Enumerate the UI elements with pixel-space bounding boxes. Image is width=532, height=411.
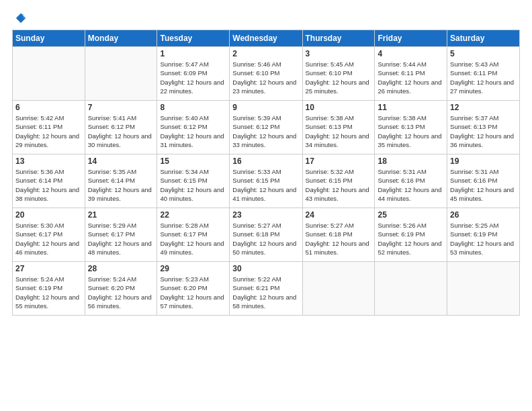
day-number: 6 xyxy=(15,103,82,112)
day-info: Sunrise: 5:33 AM Sunset: 6:15 PM Dayligh… xyxy=(232,167,299,203)
day-info: Sunrise: 5:47 AM Sunset: 6:09 PM Dayligh… xyxy=(160,60,226,95)
calendar-day-cell: 27Sunrise: 5:24 AM Sunset: 6:19 PM Dayli… xyxy=(13,262,85,316)
calendar-day-cell: 19Sunrise: 5:31 AM Sunset: 6:16 PM Dayli… xyxy=(447,154,520,208)
calendar-day-cell: 22Sunrise: 5:28 AM Sunset: 6:17 PM Dayli… xyxy=(157,208,230,262)
day-info: Sunrise: 5:40 AM Sunset: 6:12 PM Dayligh… xyxy=(160,113,226,149)
day-number: 13 xyxy=(15,156,82,166)
calendar-day-cell: 6Sunrise: 5:42 AM Sunset: 6:11 PM Daylig… xyxy=(13,101,85,154)
day-info: Sunrise: 5:44 AM Sunset: 6:11 PM Dayligh… xyxy=(378,60,444,95)
calendar-header-cell: Wednesday xyxy=(230,30,302,47)
day-info: Sunrise: 5:27 AM Sunset: 6:18 PM Dayligh… xyxy=(306,221,372,257)
day-info: Sunrise: 5:39 AM Sunset: 6:12 PM Dayligh… xyxy=(232,113,299,149)
day-number: 3 xyxy=(306,49,372,58)
calendar-header-cell: Friday xyxy=(375,30,447,47)
day-info: Sunrise: 5:46 AM Sunset: 6:10 PM Dayligh… xyxy=(232,60,299,95)
calendar-day-cell: 9Sunrise: 5:39 AM Sunset: 6:12 PM Daylig… xyxy=(230,101,302,154)
calendar-week-row: 6Sunrise: 5:42 AM Sunset: 6:11 PM Daylig… xyxy=(13,101,520,154)
calendar-day-cell: 11Sunrise: 5:38 AM Sunset: 6:13 PM Dayli… xyxy=(375,101,447,154)
calendar-day-cell: 23Sunrise: 5:27 AM Sunset: 6:18 PM Dayli… xyxy=(230,208,302,262)
calendar-day-cell: 21Sunrise: 5:29 AM Sunset: 6:17 PM Dayli… xyxy=(85,208,157,262)
calendar-day-cell: 29Sunrise: 5:23 AM Sunset: 6:20 PM Dayli… xyxy=(157,262,230,316)
day-info: Sunrise: 5:26 AM Sunset: 6:19 PM Dayligh… xyxy=(378,221,444,257)
day-number: 29 xyxy=(160,264,226,273)
day-number: 8 xyxy=(160,103,226,112)
calendar-day-cell: 1Sunrise: 5:47 AM Sunset: 6:09 PM Daylig… xyxy=(157,47,230,101)
day-info: Sunrise: 5:43 AM Sunset: 6:11 PM Dayligh… xyxy=(450,60,517,95)
day-number: 17 xyxy=(306,156,372,166)
day-info: Sunrise: 5:45 AM Sunset: 6:10 PM Dayligh… xyxy=(306,60,372,95)
day-number: 25 xyxy=(378,210,444,220)
day-number: 22 xyxy=(160,210,226,220)
day-info: Sunrise: 5:29 AM Sunset: 6:17 PM Dayligh… xyxy=(88,221,154,257)
day-info: Sunrise: 5:23 AM Sunset: 6:20 PM Dayligh… xyxy=(160,275,226,310)
day-info: Sunrise: 5:38 AM Sunset: 6:13 PM Dayligh… xyxy=(378,113,444,149)
day-number: 10 xyxy=(306,103,372,112)
day-number: 19 xyxy=(450,156,517,166)
day-number: 26 xyxy=(450,210,517,220)
calendar-day-cell: 7Sunrise: 5:41 AM Sunset: 6:12 PM Daylig… xyxy=(85,101,157,154)
day-info: Sunrise: 5:31 AM Sunset: 6:16 PM Dayligh… xyxy=(378,167,444,203)
calendar-day-cell: 2Sunrise: 5:46 AM Sunset: 6:10 PM Daylig… xyxy=(230,47,302,101)
calendar-day-cell: 18Sunrise: 5:31 AM Sunset: 6:16 PM Dayli… xyxy=(375,154,447,208)
day-number: 21 xyxy=(88,210,154,220)
calendar-body: 1Sunrise: 5:47 AM Sunset: 6:09 PM Daylig… xyxy=(13,47,520,316)
calendar-day-cell: 26Sunrise: 5:25 AM Sunset: 6:19 PM Dayli… xyxy=(447,208,520,262)
day-number: 11 xyxy=(378,103,444,112)
calendar-day-cell: 12Sunrise: 5:37 AM Sunset: 6:13 PM Dayli… xyxy=(447,101,520,154)
header xyxy=(12,12,520,24)
day-info: Sunrise: 5:37 AM Sunset: 6:13 PM Dayligh… xyxy=(450,113,517,149)
day-number: 15 xyxy=(160,156,226,166)
calendar-day-cell xyxy=(447,262,520,316)
day-info: Sunrise: 5:24 AM Sunset: 6:19 PM Dayligh… xyxy=(15,275,82,310)
day-number: 23 xyxy=(232,210,299,220)
calendar-day-cell xyxy=(375,262,447,316)
day-number: 4 xyxy=(378,49,444,58)
day-info: Sunrise: 5:32 AM Sunset: 6:15 PM Dayligh… xyxy=(306,167,372,203)
calendar-header-row: SundayMondayTuesdayWednesdayThursdayFrid… xyxy=(13,30,520,47)
day-number: 16 xyxy=(232,156,299,166)
calendar-day-cell xyxy=(13,47,85,101)
calendar-day-cell: 10Sunrise: 5:38 AM Sunset: 6:13 PM Dayli… xyxy=(302,101,375,154)
day-info: Sunrise: 5:38 AM Sunset: 6:13 PM Dayligh… xyxy=(306,113,372,149)
day-info: Sunrise: 5:35 AM Sunset: 6:14 PM Dayligh… xyxy=(88,167,154,203)
calendar-week-row: 27Sunrise: 5:24 AM Sunset: 6:19 PM Dayli… xyxy=(13,262,520,316)
calendar-header-cell: Tuesday xyxy=(157,30,230,47)
day-number: 20 xyxy=(15,210,82,220)
calendar-day-cell: 8Sunrise: 5:40 AM Sunset: 6:12 PM Daylig… xyxy=(157,101,230,154)
calendar-week-row: 13Sunrise: 5:36 AM Sunset: 6:14 PM Dayli… xyxy=(13,154,520,208)
day-info: Sunrise: 5:25 AM Sunset: 6:19 PM Dayligh… xyxy=(450,221,517,257)
calendar-day-cell xyxy=(302,262,375,316)
day-number: 14 xyxy=(88,156,154,166)
calendar-header-cell: Thursday xyxy=(302,30,375,47)
day-info: Sunrise: 5:27 AM Sunset: 6:18 PM Dayligh… xyxy=(232,221,299,257)
calendar-day-cell: 20Sunrise: 5:30 AM Sunset: 6:17 PM Dayli… xyxy=(13,208,85,262)
day-info: Sunrise: 5:30 AM Sunset: 6:17 PM Dayligh… xyxy=(15,221,82,257)
calendar-day-cell: 3Sunrise: 5:45 AM Sunset: 6:10 PM Daylig… xyxy=(302,47,375,101)
day-number: 1 xyxy=(160,49,226,58)
day-info: Sunrise: 5:24 AM Sunset: 6:20 PM Dayligh… xyxy=(88,275,154,310)
calendar: SundayMondayTuesdayWednesdayThursdayFrid… xyxy=(12,30,520,316)
day-info: Sunrise: 5:36 AM Sunset: 6:14 PM Dayligh… xyxy=(15,167,82,203)
logo-icon xyxy=(15,12,27,24)
day-number: 7 xyxy=(88,103,154,112)
calendar-day-cell: 17Sunrise: 5:32 AM Sunset: 6:15 PM Dayli… xyxy=(302,154,375,208)
calendar-day-cell: 14Sunrise: 5:35 AM Sunset: 6:14 PM Dayli… xyxy=(85,154,157,208)
calendar-day-cell: 13Sunrise: 5:36 AM Sunset: 6:14 PM Dayli… xyxy=(13,154,85,208)
day-number: 28 xyxy=(88,264,154,273)
day-number: 2 xyxy=(232,49,299,58)
day-info: Sunrise: 5:31 AM Sunset: 6:16 PM Dayligh… xyxy=(450,167,517,203)
calendar-header-cell: Saturday xyxy=(447,30,520,47)
calendar-day-cell: 5Sunrise: 5:43 AM Sunset: 6:11 PM Daylig… xyxy=(447,47,520,101)
day-number: 18 xyxy=(378,156,444,166)
day-number: 24 xyxy=(306,210,372,220)
day-number: 27 xyxy=(15,264,82,273)
calendar-day-cell: 24Sunrise: 5:27 AM Sunset: 6:18 PM Dayli… xyxy=(302,208,375,262)
day-info: Sunrise: 5:34 AM Sunset: 6:15 PM Dayligh… xyxy=(160,167,226,203)
day-info: Sunrise: 5:41 AM Sunset: 6:12 PM Dayligh… xyxy=(88,113,154,149)
calendar-day-cell: 25Sunrise: 5:26 AM Sunset: 6:19 PM Dayli… xyxy=(375,208,447,262)
day-info: Sunrise: 5:28 AM Sunset: 6:17 PM Dayligh… xyxy=(160,221,226,257)
calendar-header-cell: Monday xyxy=(85,30,157,47)
calendar-day-cell: 16Sunrise: 5:33 AM Sunset: 6:15 PM Dayli… xyxy=(230,154,302,208)
calendar-day-cell xyxy=(85,47,157,101)
calendar-header-cell: Sunday xyxy=(13,30,85,47)
